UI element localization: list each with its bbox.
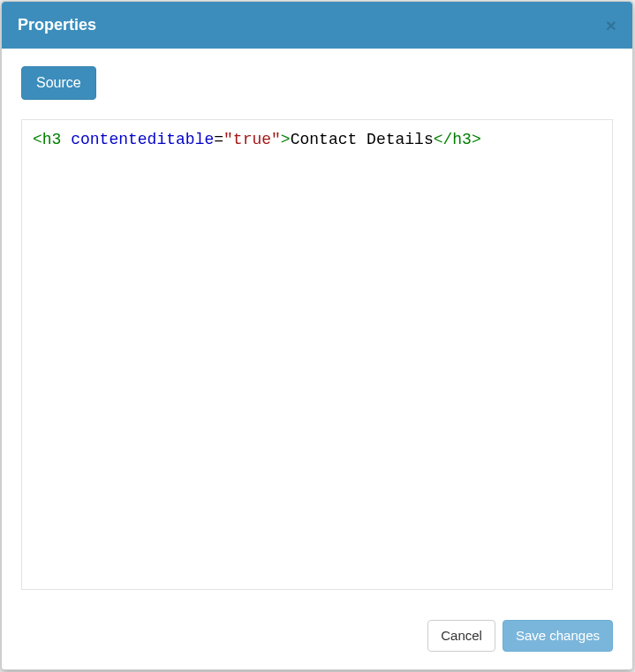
modal-footer: Cancel Save changes xyxy=(2,606,632,669)
modal-title: Properties xyxy=(18,16,96,34)
html-close-tag: </h3> xyxy=(434,131,481,148)
html-open-tag-close: > xyxy=(281,131,291,148)
save-changes-button[interactable]: Save changes xyxy=(503,620,613,652)
close-button[interactable]: × xyxy=(606,16,616,34)
html-attr-eq: = xyxy=(214,131,223,148)
html-open-tag: <h3 xyxy=(33,131,61,148)
modal-body: Source <h3 contenteditable="true">Contac… xyxy=(2,49,632,606)
html-attr-value: "true" xyxy=(223,131,281,148)
cancel-button[interactable]: Cancel xyxy=(427,620,495,652)
modal-header: Properties × xyxy=(2,2,632,49)
properties-modal: Properties × Source <h3 contenteditable=… xyxy=(1,1,633,670)
html-text-content: Contact Details xyxy=(291,131,434,148)
html-attr-name: contenteditable xyxy=(61,131,214,148)
source-editor[interactable]: <h3 contenteditable="true">Contact Detai… xyxy=(21,119,613,590)
close-icon: × xyxy=(606,15,616,35)
source-button[interactable]: Source xyxy=(21,66,96,100)
